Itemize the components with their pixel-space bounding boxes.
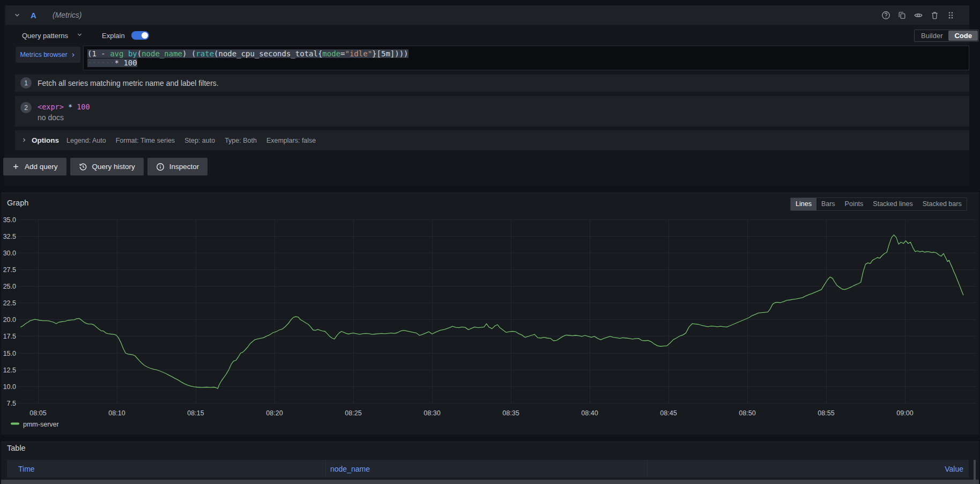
step-2-badge: 2: [20, 102, 32, 113]
step-1-text: Fetch all series matching metric name an…: [38, 79, 219, 87]
table-column-time[interactable]: Time: [7, 460, 325, 478]
add-query-button[interactable]: Add query: [3, 158, 66, 175]
option-summary-item: Step: auto: [184, 137, 215, 144]
remove-query-icon[interactable]: [930, 11, 939, 20]
explore-page: A (Metrics) Query patterns Explain Build…: [0, 0, 980, 484]
builder-code-switch: Builder Code: [914, 30, 979, 42]
inspector-button[interactable]: Inspector: [147, 158, 208, 175]
options-row[interactable]: Options Legend: AutoFormat: Time seriesS…: [15, 130, 969, 150]
duplicate-query-icon[interactable]: [897, 11, 907, 20]
table-panel-title: Table: [7, 444, 26, 452]
graph-panel-title: Graph: [7, 199, 28, 207]
table-scrollbar-vertical[interactable]: [974, 460, 976, 484]
query-history-label: Query history: [92, 163, 135, 171]
graph-style-lines[interactable]: Lines: [791, 198, 816, 210]
actions-row: Add query Query history Inspector: [3, 158, 207, 175]
graph-style-stacked-bars[interactable]: Stacked bars: [918, 198, 967, 210]
graph-style-switch: LinesBarsPointsStacked linesStacked bars: [790, 197, 967, 211]
drag-handle-icon[interactable]: [946, 11, 955, 20]
hide-response-icon[interactable]: [914, 11, 923, 20]
table-column-value[interactable]: Value: [647, 460, 969, 478]
promql-code-editor[interactable]: (1 - avg by(node_name) (rate(node_cpu_se…: [83, 46, 969, 70]
help-icon[interactable]: [881, 11, 890, 20]
datasource-name: (Metrics): [53, 11, 81, 19]
inspector-label: Inspector: [169, 163, 199, 171]
code-tab[interactable]: Code: [948, 31, 978, 41]
table-header-row: Time node_name Value: [7, 460, 969, 478]
graph-style-points[interactable]: Points: [840, 198, 868, 210]
step-2-expression: <expr> * 100: [38, 102, 90, 111]
table-column-node-name[interactable]: node_name: [325, 460, 647, 478]
explain-label: Explain: [102, 32, 125, 40]
options-title: Options: [32, 136, 59, 144]
option-summary-item: Type: Both: [225, 137, 257, 144]
explain-step-2: 2 <expr> * 100 no docs: [15, 96, 969, 127]
chevron-right-icon[interactable]: [21, 136, 27, 145]
step-1-badge: 1: [20, 77, 32, 89]
option-summary-item: Exemplars: false: [266, 137, 316, 144]
chevron-down-icon[interactable]: [76, 31, 83, 40]
metrics-browser-label: Metrics browser: [20, 51, 67, 58]
graph-style-bars[interactable]: Bars: [816, 198, 840, 210]
option-summary-item: Format: Time series: [116, 137, 175, 144]
explain-step-1: 1 Fetch all series matching metric name …: [15, 75, 969, 92]
explain-toggle[interactable]: [131, 31, 149, 40]
add-query-label: Add query: [25, 163, 58, 171]
collapse-chevron-icon[interactable]: [13, 11, 21, 21]
metrics-browser-button[interactable]: Metrics browser: [16, 47, 80, 63]
builder-tab[interactable]: Builder: [915, 31, 948, 41]
option-summary-item: Legend: Auto: [66, 137, 106, 144]
query-toolbar: Query patterns Explain: [22, 28, 149, 43]
query-row-header[interactable]: A (Metrics): [5, 5, 969, 25]
step-2-docs: no docs: [38, 113, 64, 122]
graph-plot-area[interactable]: [18, 219, 976, 404]
query-ref-id: A: [31, 11, 36, 20]
query-patterns-dropdown[interactable]: Query patterns: [22, 32, 68, 40]
query-history-button[interactable]: Query history: [70, 158, 144, 175]
graph-style-stacked-lines[interactable]: Stacked lines: [868, 198, 917, 210]
table-scrollbar-horizontal[interactable]: [1, 480, 979, 484]
